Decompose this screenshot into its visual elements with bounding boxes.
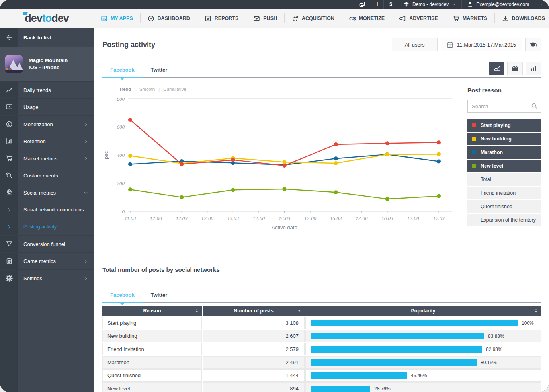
sidebar-item-label: Monetization [18, 121, 53, 127]
svg-text:600: 600 [117, 124, 125, 130]
markets-icon [453, 15, 459, 22]
chevron-right-icon [84, 122, 88, 127]
post-reason-item-total[interactable]: Total [467, 173, 541, 186]
tab-twitter[interactable]: Twitter [143, 289, 176, 302]
chart-mode-smooth[interactable]: Smooth [139, 87, 155, 92]
search-icon [531, 103, 538, 111]
nav-item-dashboard[interactable]: DASHBOARD [140, 13, 197, 23]
nav-item-acquisition[interactable]: ACQUISITION [284, 13, 342, 23]
table-row-new-building: New building 2 607 83.88% [102, 330, 541, 342]
nav-item-push[interactable]: PUSH [246, 13, 284, 23]
post-reason-item-start-playing[interactable]: Start playing [467, 119, 541, 132]
tutorial-button[interactable] [525, 38, 541, 51]
tab-underline [102, 77, 541, 78]
search-input[interactable] [467, 100, 541, 113]
logo[interactable]: devtodev [0, 9, 94, 28]
sidebar-item-social-metrics[interactable]: Social metrics [0, 184, 94, 201]
sidebar-item-label: Game metrics [18, 258, 56, 264]
chevron-down-icon [452, 2, 456, 6]
post-reason-item-quest-finished[interactable]: Quest finished [467, 200, 541, 213]
info-button[interactable]: i [371, 0, 383, 9]
usage-icon [0, 99, 18, 115]
my-apps-icon [101, 15, 107, 22]
sidebar-item-label: Conversion funnel [18, 241, 65, 247]
chart-area: Trend|Smooth|Cumulative 020040060080011.… [102, 78, 541, 232]
svg-text:15.03: 15.03 [330, 215, 342, 221]
chevron-right-icon [84, 259, 88, 263]
popularity-cell: 80.15% [305, 356, 541, 369]
sidebar-item-social-network-connections[interactable]: Social network connections [0, 201, 94, 218]
date-range-picker[interactable]: 7 11.Mar.2015-17.Mar.2015 [441, 38, 522, 51]
bar-chart-icon [530, 65, 537, 72]
post-reason-label: Friend invitation [481, 190, 516, 196]
post-reason-item-friend-invitation[interactable]: Friend invitation [467, 187, 541, 199]
reports-icon [205, 15, 211, 22]
column-header-number-of-posts[interactable]: Number of posts▼ [203, 306, 305, 316]
nav-item-markets[interactable]: MARKETS [445, 13, 494, 23]
bar-chart-button[interactable] [526, 62, 541, 75]
post-reason-item-marathon[interactable]: Marathon [467, 146, 541, 159]
sidebar-item-posting-activity[interactable]: Posting activity [0, 218, 94, 236]
sidebar-item-market-metrics[interactable]: Market metrics [0, 150, 94, 167]
column-label: Reason [143, 308, 161, 314]
line-chart-button[interactable] [489, 62, 504, 75]
billing-button[interactable]: $ [383, 0, 398, 9]
chart-mode-trend[interactable]: Trend [119, 87, 131, 92]
all-users-button[interactable]: All users [392, 38, 438, 51]
column-header-reason[interactable]: Reason▲▼ [102, 306, 202, 316]
sidebar-item-usage[interactable]: Usage [0, 99, 94, 116]
nav-item-monetize[interactable]: C$MONETIZE [342, 13, 392, 23]
tab-facebook[interactable]: Facebook [102, 64, 143, 77]
sidebar-item-daily-trends[interactable]: Daily trends [0, 82, 94, 99]
sidebar-item-retention[interactable]: Retention [0, 133, 94, 150]
nav-item-downloads[interactable]: DOWNLOADS [494, 13, 549, 23]
nav-item-advertise[interactable]: ADVERTISE [392, 13, 445, 23]
account-email: Exemple@devtodev.com [476, 2, 529, 7]
chart-mode-cumulative[interactable]: Cumulative [163, 87, 186, 92]
sidebar-item-monetization[interactable]: Monetization [0, 116, 94, 133]
demo-project-selector[interactable]: Demo - devtodev [398, 0, 461, 9]
svg-text:16.03: 16.03 [381, 215, 393, 221]
app-card[interactable]: Magic Mountain iOS - iPhone [0, 47, 94, 82]
mode-separator: | [135, 87, 136, 92]
area-chart-button[interactable] [507, 62, 523, 75]
legend-swatch [472, 164, 476, 168]
popularity-bar [311, 359, 477, 366]
svg-text:12.03: 12.03 [176, 215, 188, 221]
svg-text:12:00: 12:00 [356, 215, 368, 221]
svg-text:12:00: 12:00 [407, 215, 419, 221]
back-to-list-button[interactable]: Back to list [0, 28, 94, 47]
post-reason-item-expansion-of-the-territory[interactable]: Expansion of the territory [467, 214, 541, 226]
sidebar-item-settings[interactable]: Settings [0, 270, 94, 287]
page-header: Posting activity All users 7 11.Mar.2015… [102, 38, 541, 51]
popularity-cell: 46.46% [305, 369, 541, 382]
account-menu[interactable]: Exemple@devtodev.com [461, 0, 549, 9]
posts-cell: 2 579 [203, 343, 305, 355]
sidebar-item-conversion-funnel[interactable]: Conversion funnel [0, 236, 94, 253]
tab-twitter[interactable]: Twitter [143, 64, 176, 77]
sidebar-item-custom-events[interactable]: Custom events [0, 167, 94, 184]
chart-mode-links: Trend|Smooth|Cumulative [102, 87, 458, 92]
advertise-icon [399, 15, 406, 22]
tab-facebook[interactable]: Facebook [102, 289, 143, 302]
devtodev-logo: devtodev [25, 13, 69, 24]
svg-text:200: 200 [117, 180, 125, 186]
apps-switcher-button[interactable] [354, 0, 371, 9]
sidebar-item-game-metrics[interactable]: Game metrics [0, 253, 94, 270]
date-range-label: 11.Mar.2015-17.Mar.2015 [457, 42, 516, 48]
column-header-popularity[interactable]: Popularity▲▼ [305, 306, 541, 316]
post-reason-item-new-level[interactable]: New level [467, 160, 541, 172]
post-reason-search [467, 100, 541, 113]
popularity-label: 100% [522, 320, 534, 326]
svg-text:800: 800 [117, 96, 125, 102]
sidebar-item-label: Usage [18, 104, 39, 110]
nav-item-my-apps[interactable]: MY APPS [94, 13, 140, 23]
arrow-left-icon [0, 28, 18, 47]
post-reason-item-new-building[interactable]: New building [467, 133, 541, 145]
chevron-right-icon [84, 156, 88, 161]
brand-mark-icon [404, 2, 409, 7]
nav-item-reports[interactable]: REPORTS [197, 13, 246, 23]
retention-icon [0, 133, 18, 150]
table-row-new-level: New level 894 28.76% [102, 382, 541, 392]
dashboard-icon [148, 15, 154, 22]
